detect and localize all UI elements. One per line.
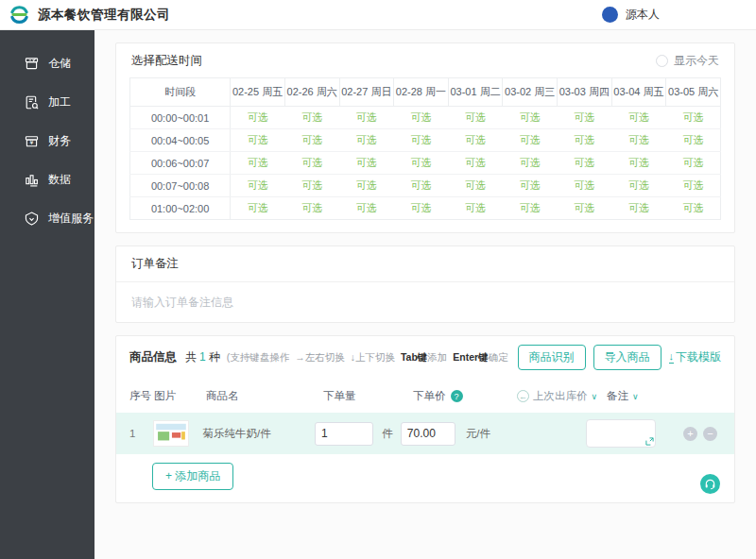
availability-cell[interactable]: 可选 [611,107,666,129]
availability-cell[interactable]: 可选 [611,152,666,175]
availability-cell[interactable]: 可选 [284,175,339,197]
sidebar-item-processing[interactable]: 加工 [0,83,94,122]
products-header: 商品信息 共1种 (支持键盘操作→左右切换↓上下切换Tab键添加Enter键确定… [116,336,734,378]
availability-cell[interactable]: 可选 [231,197,285,220]
availability-cell[interactable]: 可选 [231,175,285,197]
time-slot-label: 00:04~00:05 [130,129,231,152]
data-icon [24,172,40,188]
availability-cell[interactable]: 可选 [339,107,394,129]
availability-cell[interactable]: 可选 [339,152,394,175]
availability-cell[interactable]: 可选 [394,107,449,129]
availability-cell[interactable]: 可选 [503,107,558,129]
product-image[interactable] [153,420,189,447]
availability-cell[interactable]: 可选 [448,197,503,220]
availability-cell[interactable]: 可选 [558,197,612,220]
availability-cell[interactable]: 可选 [231,152,285,175]
add-product-button[interactable]: + 添加商品 [152,463,233,490]
availability-cell[interactable]: 可选 [339,129,394,152]
count-suffix: 种 [209,350,220,364]
date-header: 03-05 周六 [666,78,721,107]
date-header: 02-25 周五 [231,78,285,107]
availability-cell[interactable]: 可选 [394,152,449,175]
sidebar-item-warehouse[interactable]: 仓储 [0,44,94,83]
availability-cell[interactable]: 可选 [558,129,612,152]
download-template-link[interactable]: ↓ 下载模版 [669,349,722,365]
availability-cell[interactable]: 可选 [666,175,721,197]
customer-service-button[interactable] [700,474,720,494]
import-product-button[interactable]: 导入商品 [593,345,662,370]
products-count: 共1种 [185,349,220,365]
sidebar-item-label: 数据 [48,172,71,188]
qty-input[interactable] [315,422,373,446]
availability-cell[interactable]: 可选 [339,175,394,197]
availability-cell[interactable]: 可选 [503,197,558,220]
sidebar-item-label: 加工 [48,94,71,110]
availability-cell[interactable]: 可选 [448,107,503,129]
availability-cell[interactable]: 可选 [666,107,721,129]
remove-row-button[interactable]: − [703,427,717,441]
sidebar-item-services[interactable]: 增值服务 [0,199,94,238]
availability-cell[interactable]: 可选 [611,175,666,197]
availability-cell[interactable]: 可选 [448,175,503,197]
note-expand-icon[interactable] [645,437,654,446]
availability-cell[interactable]: 可选 [558,107,612,129]
delivery-table-wrap: 时间段02-25 周五02-26 周六02-27 周日02-28 周一03-01… [116,77,734,232]
main-content: 选择配送时间 显示今天 时间段02-25 周五02-26 周六02-27 周日0… [94,30,756,559]
recognize-product-button[interactable]: 商品识别 [518,345,586,370]
availability-cell[interactable]: 可选 [611,129,666,152]
hint-tab-key: Tab键 [401,351,427,363]
product-image-cell [153,420,203,447]
products-title: 商品信息 [129,349,177,365]
order-note-input[interactable] [116,282,734,322]
sidebar-item-data[interactable]: 数据 [0,161,94,199]
user-menu[interactable]: 源本人 [602,7,660,23]
sidebar-item-label: 增值服务 [48,211,94,227]
price-unit: 元/件 [466,427,490,441]
col-note[interactable]: 备注 ∨ [607,389,709,403]
availability-cell[interactable]: 可选 [339,197,394,220]
products-card: 商品信息 共1种 (支持键盘操作→左右切换↓上下切换Tab键添加Enter键确定… [115,335,735,503]
show-today-label: 显示今天 [674,53,719,69]
delivery-time-card: 选择配送时间 显示今天 时间段02-25 周五02-26 周六02-27 周日0… [115,42,735,233]
availability-cell[interactable]: 可选 [611,197,666,220]
availability-cell[interactable]: 可选 [448,152,503,175]
col-index: 序号 [129,389,154,403]
col-last-price-label: 上次出库价 [533,389,588,403]
availability-cell[interactable]: 可选 [284,129,339,152]
availability-cell[interactable]: 可选 [284,152,339,175]
availability-cell[interactable]: 可选 [503,129,558,152]
col-price: 下单价 ? [413,389,517,403]
availability-cell[interactable]: 可选 [394,197,449,220]
availability-cell[interactable]: 可选 [558,175,612,197]
product-price-cell: 元/件 [401,422,500,446]
date-header: 02-28 周一 [394,78,449,107]
sidebar-item-finance[interactable]: ¥ 财务 [0,122,94,161]
keyboard-hints: (支持键盘操作→左右切换↓上下切换Tab键添加Enter键确定Delete键删除… [227,351,510,364]
availability-cell[interactable]: 可选 [284,107,339,129]
add-product-row: + 添加商品 [116,454,734,502]
availability-cell[interactable]: 可选 [394,175,449,197]
col-last-price[interactable]: ← 上次出库价 ∨ [517,389,607,403]
availability-cell[interactable]: 可选 [558,152,612,175]
availability-cell[interactable]: 可选 [666,197,721,220]
date-header: 02-27 周日 [339,78,394,107]
order-note-card: 订单备注 [115,246,735,323]
price-input[interactable] [401,422,455,446]
availability-cell[interactable]: 可选 [448,129,503,152]
availability-cell[interactable]: 可选 [394,129,449,152]
show-today-toggle[interactable]: 显示今天 [656,53,719,69]
availability-cell[interactable]: 可选 [284,197,339,220]
availability-cell[interactable]: 可选 [666,129,721,152]
availability-cell[interactable]: 可选 [231,129,285,152]
hint-arrow-lr: →左右切换 [295,351,345,363]
availability-cell[interactable]: 可选 [503,152,558,175]
time-slot-label: 00:07~00:08 [130,175,231,197]
availability-cell[interactable]: 可选 [503,175,558,197]
availability-cell[interactable]: 可选 [231,107,285,129]
time-period-header: 时间段 [130,78,231,107]
availability-cell[interactable]: 可选 [666,152,721,175]
time-slot-row: 00:04~00:05可选可选可选可选可选可选可选可选可选 [130,129,721,152]
add-row-button[interactable]: + [683,427,697,441]
price-help-icon[interactable]: ? [451,390,463,402]
row-actions: + − [683,427,721,441]
